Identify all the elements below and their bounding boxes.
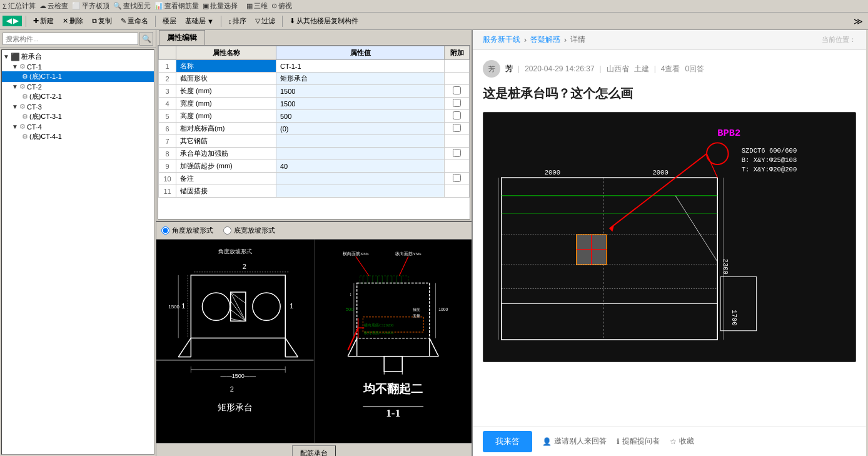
svg-text:2300: 2300 bbox=[722, 259, 729, 275]
answer-button[interactable]: 我来答 bbox=[483, 431, 532, 452]
batch-select-btn[interactable]: ▣ 批量选择 bbox=[203, 1, 238, 11]
expand-right-btn[interactable]: ≫ bbox=[851, 16, 865, 26]
drawing-top-bar: 角度放坡形式 底宽放坡形式 bbox=[156, 222, 472, 240]
attr-row-checkbox[interactable] bbox=[445, 85, 470, 98]
qa-meta: 芳 芳 | 2020-04-29 14:26:37 | 山西省 土建 | 4查看… bbox=[483, 60, 856, 78]
svg-text:角度放坡形式: 角度放坡形式 bbox=[218, 248, 252, 255]
tree-item-ct4[interactable]: ▼ ⚙ CT-4 bbox=[2, 122, 154, 131]
leaf-icon: ⚙ bbox=[22, 133, 28, 141]
table-row: 6相对底标高(m)(0) bbox=[159, 123, 470, 135]
config-cap-btn[interactable]: 配筋承台 bbox=[292, 445, 336, 456]
attr-row-value[interactable]: (0) bbox=[276, 123, 445, 135]
find-elem-btn[interactable]: 🔍 查找图元 bbox=[113, 1, 151, 11]
sep3 bbox=[221, 16, 221, 27]
attr-row-value[interactable]: 40 bbox=[276, 160, 445, 173]
3d-btn[interactable]: ▦ 三维 bbox=[246, 1, 268, 11]
attr-row-checkbox bbox=[445, 73, 470, 85]
attr-row-value[interactable]: 矩形承台 bbox=[276, 73, 445, 85]
attr-row-checkbox[interactable] bbox=[445, 110, 470, 123]
attr-row-checkbox[interactable] bbox=[445, 148, 470, 160]
sort-btn[interactable]: ↕ 排序 bbox=[225, 14, 250, 28]
rename-btn[interactable]: ✎重命名 bbox=[118, 14, 151, 28]
attr-row-checkbox bbox=[445, 135, 470, 148]
star-icon: ☆ bbox=[670, 437, 677, 446]
attr-row-name: 承台单边加强筋 bbox=[176, 148, 276, 160]
cloud-check-btn[interactable]: ☁ 云检查 bbox=[39, 1, 68, 11]
top-bar-icons: Σ 汇总计算 ☁ 云检查 ⬜ 平齐板顶 🔍 查找图元 📊 查看钢筋量 ▣ 批量选… bbox=[3, 1, 292, 11]
attr-row-checkbox[interactable] bbox=[445, 123, 470, 135]
search-button[interactable]: 🔍 bbox=[139, 32, 153, 46]
gear-icon: ⚙ bbox=[19, 63, 26, 71]
table-row: 2截面形状矩形承台 bbox=[159, 73, 470, 85]
attr-row-name: 名称 bbox=[176, 60, 276, 73]
svg-line-20 bbox=[285, 338, 298, 357]
table-row: 5高度 (mm)500 bbox=[159, 110, 470, 123]
copy-btn[interactable]: ⧉复制 bbox=[89, 14, 115, 28]
attr-row-value[interactable]: 1500 bbox=[276, 98, 445, 110]
attribute-table: 属性名称 属性值 附加 1名称CT-1-12截面形状矩形承台3长度 (mm)15… bbox=[158, 46, 470, 198]
attr-row-name: 长度 (mm) bbox=[176, 85, 276, 98]
right-drawing: 横向面筋XMs 纵向面筋YMs bbox=[315, 240, 472, 443]
svg-text:纵向面筋YMs: 纵向面筋YMs bbox=[395, 251, 421, 256]
tree-group-pile-cap[interactable]: ▼ ⬛ 桩承台 bbox=[2, 51, 154, 62]
tree-item-ct1[interactable]: ▼ ⚙ CT-1 bbox=[2, 62, 154, 71]
attr-row-name: 加强筋起步 (mm) bbox=[176, 160, 276, 173]
breadcrumb-qa: 答疑解惑 bbox=[530, 34, 560, 45]
tree-item-ct4-1[interactable]: ⚙ (底)CT-4-1 bbox=[2, 131, 154, 142]
attr-tab[interactable]: 属性编辑 bbox=[159, 30, 205, 45]
filter-btn[interactable]: ▽ 过滤 bbox=[252, 14, 278, 28]
rebar-qty-btn[interactable]: 📊 查看钢筋量 bbox=[154, 1, 199, 11]
attr-row-num: 3 bbox=[159, 85, 176, 98]
search-input[interactable] bbox=[3, 33, 138, 45]
attr-row-value[interactable]: 500 bbox=[276, 110, 445, 123]
gear-icon: ⚙ bbox=[19, 123, 26, 131]
remind-action[interactable]: ℹ 提醒提问者 bbox=[617, 436, 660, 447]
attribute-editor: 属性编辑 属性名称 属性值 附加 1名称CT-1-12截面形状矩形承台3长度 (… bbox=[156, 30, 472, 221]
breadcrumb-bar: 服务新干线 › 答疑解惑 › 详情 当前位置： bbox=[473, 30, 866, 50]
svg-text:——1500——: ——1500—— bbox=[221, 373, 256, 379]
leaf-icon: ⚙ bbox=[22, 73, 28, 81]
delete-btn[interactable]: ✕删除 bbox=[59, 14, 86, 28]
table-row: 9加强筋起步 (mm)40 bbox=[159, 160, 470, 173]
qa-panel: 服务新干线 › 答疑解惑 › 详情 当前位置： 芳 芳 | 2020-04-29… bbox=[472, 30, 866, 456]
left-panel: 🔍 ▼ ⬛ 桩承台 ▼ ⚙ CT-1 ⚙ (底)CT-1-1 ▼ bbox=[0, 30, 156, 456]
radio-bottom-slope[interactable]: 底宽放坡形式 bbox=[223, 226, 275, 235]
username: 芳 bbox=[505, 64, 513, 74]
toolbar: ◀ ▶ ✚新建 ✕删除 ⧉复制 ✎重命名 楼层 基础层 ▼ ↕ 排序 ▽ 过滤 … bbox=[0, 13, 868, 30]
drawing-canvas-area: 角度放坡形式 2 bbox=[156, 240, 472, 443]
attr-row-value[interactable] bbox=[276, 148, 445, 160]
tree-item-ct2-1[interactable]: ⚙ (底)CT-2-1 bbox=[2, 91, 154, 102]
expand-toggle[interactable]: ◀ ▶ bbox=[3, 16, 22, 26]
svg-text:1: 1 bbox=[290, 302, 293, 310]
copy-from-btn[interactable]: ⬇ 从其他楼层复制构件 bbox=[286, 14, 361, 28]
tree-item-ct2[interactable]: ▼ ⚙ CT-2 bbox=[2, 82, 154, 91]
svg-rect-60 bbox=[384, 357, 402, 372]
attr-row-value[interactable]: 1500 bbox=[276, 85, 445, 98]
radio-angle-slope[interactable]: 角度放坡形式 bbox=[161, 226, 213, 235]
collect-action[interactable]: ☆ 收藏 bbox=[670, 436, 694, 447]
svg-line-10 bbox=[231, 292, 246, 303]
col-name: 属性名称 bbox=[176, 46, 276, 60]
svg-line-7 bbox=[231, 301, 246, 321]
sum-calc-btn[interactable]: Σ 汇总计算 bbox=[3, 1, 36, 11]
tree-item-ct3-1[interactable]: ⚙ (底)CT-3-1 bbox=[2, 111, 154, 122]
attr-row-checkbox[interactable] bbox=[445, 173, 470, 185]
foundation-dropdown[interactable]: 基础层 ▼ bbox=[182, 14, 217, 28]
flatten-btn[interactable]: ⬜ 平齐板顶 bbox=[72, 1, 109, 11]
new-btn[interactable]: ✚新建 bbox=[30, 14, 57, 28]
top-view-btn[interactable]: ⊙ 俯视 bbox=[271, 1, 292, 11]
attr-row-name: 高度 (mm) bbox=[176, 110, 276, 123]
gear-icon: ⚙ bbox=[19, 83, 26, 91]
svg-text:面量: 面量 bbox=[412, 313, 420, 318]
collapse-icon: ▼ bbox=[12, 83, 18, 90]
attr-row-num: 8 bbox=[159, 148, 176, 160]
attr-row-value[interactable] bbox=[276, 173, 445, 185]
svg-line-33 bbox=[399, 256, 408, 276]
attr-row-checkbox[interactable] bbox=[445, 98, 470, 110]
attr-row-value[interactable] bbox=[276, 185, 445, 198]
tree-item-ct1-1[interactable]: ⚙ (底)CT-1-1 bbox=[2, 71, 154, 82]
attr-row-value[interactable] bbox=[276, 135, 445, 148]
tree-item-ct3[interactable]: ▼ ⚙ CT-3 bbox=[2, 102, 154, 111]
attr-row-value[interactable]: CT-1-1 bbox=[276, 60, 445, 73]
invite-action[interactable]: 👤 邀请别人来回答 bbox=[542, 436, 607, 447]
